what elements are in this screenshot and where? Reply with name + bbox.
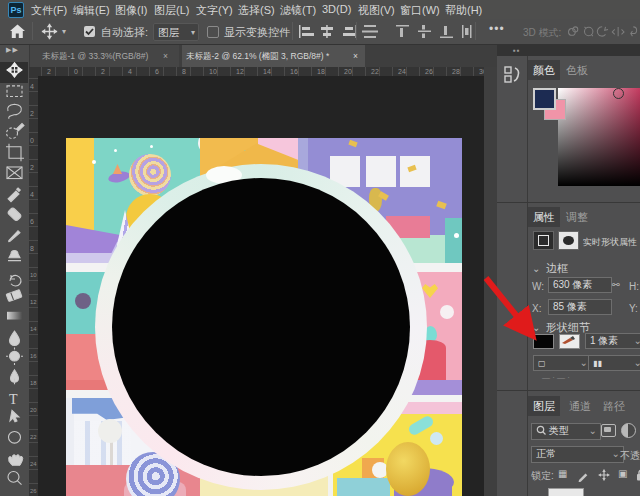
svg-text:T: T — [9, 392, 18, 407]
